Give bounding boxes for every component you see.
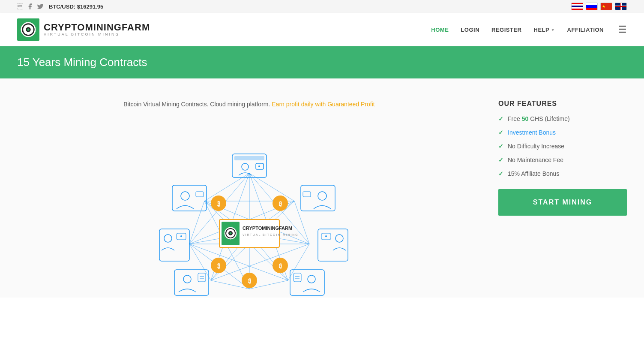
svg-point-48 [258,165,260,167]
svg-rect-52 [159,229,189,261]
flag-thai[interactable] [571,3,583,10]
header: CRYPTOMININGFARM VIRTUAL BITCOIN MINING … [0,13,644,46]
page-banner: 15 Years Mining Contracts [0,46,644,78]
feature-text-4: No Maintenance Fee [508,156,563,163]
svg-point-62 [325,235,327,237]
svg-point-53 [164,235,172,242]
svg-point-64 [183,275,191,283]
svg-rect-56 [301,185,335,211]
network-diagram: .node-card { fill: none; stroke: #2196F3… [147,117,352,298]
checkmark-icon-5: ✓ [498,170,503,177]
checkmark-icon-4: ✓ [498,156,503,163]
svg-rect-58 [303,192,311,197]
svg-rect-65 [198,273,206,282]
checkmark-icon-1: ✓ [498,115,503,122]
svg-text:VIRTUAL BITCOIN MINING: VIRTUAL BITCOIN MINING [243,233,299,236]
logo-name: CRYPTOMININGFARM [44,23,150,32]
help-chevron-icon: ▼ [551,27,555,32]
feature-text-3: No Difficulty Increase [508,143,564,150]
checkmark-icon-2: ✓ [498,129,503,136]
hamburger-icon[interactable]: ☰ [618,24,627,35]
diagram-area: Bitcoin Virtual Mining Contracts. Cloud … [17,96,481,298]
feature-item-investment: ✓ Investment Bonus [498,129,627,136]
svg-point-69 [308,275,315,283]
feature-text-1: Free 50 GHS (Lifetime) [508,115,570,122]
nav-home[interactable]: HOME [431,27,449,33]
feature-link-investment[interactable]: Investment Bonus [508,129,556,136]
btc-price-value: $16291.95 [77,3,103,10]
flag-uk[interactable] [615,3,627,10]
svg-point-57 [318,192,326,200]
svg-point-60 [335,235,343,242]
svg-text:₿: ₿ [217,262,220,269]
svg-text:₿: ₿ [248,277,251,284]
svg-point-50 [181,192,189,200]
language-flags: ★ [571,3,627,10]
svg-rect-59 [318,229,348,261]
svg-point-55 [180,235,182,237]
logo-subtitle: VIRTUAL BITCOIN MINING [44,32,150,36]
features-panel: OUR FEATURES ✓ Free 50 GHS (Lifetime) ✓ … [498,96,627,298]
main-nav: HOME LOGIN REGISTER HELP ▼ AFFILIATION ☰ [431,24,627,35]
svg-line-18 [294,201,309,244]
nav-login[interactable]: LOGIN [461,27,479,33]
social-icons:  [17,3,44,10]
svg-line-17 [288,244,309,280]
svg-text:CRYPTOMININGFARM: CRYPTOMININGFARM [243,226,292,231]
svg-rect-70 [294,273,301,282]
nav-register[interactable]: REGISTER [491,27,521,33]
svg-text:₿: ₿ [217,200,220,207]
checkmark-icon-3: ✓ [498,143,503,150]
tagline-highlight: Earn profit daily with Guaranteed Profit [272,101,374,108]
start-mining-button[interactable]: START MINING [498,189,627,216]
logo[interactable]: CRYPTOMININGFARM VIRTUAL BITCOIN MINING [17,18,150,41]
flag-chinese[interactable]: ★ [600,3,612,10]
logo-icon [17,18,39,41]
svg-text:₿: ₿ [279,262,282,269]
logo-text: CRYPTOMININGFARM VIRTUAL BITCOIN MINING [44,23,150,36]
twitter-icon[interactable] [37,3,44,10]
feature-item-no-difficulty: ✓ No Difficulty Increase [498,143,627,150]
features-title: OUR FEATURES [498,100,627,108]
feature-item-no-maintenance: ✓ No Maintenance Fee [498,156,627,163]
svg-point-3 [27,28,30,31]
facebook-icon[interactable]:  [17,3,23,10]
banner-title: 15 Years Mining Contracts [17,56,627,69]
main-content: Bitcoin Virtual Mining Contracts. Cloud … [0,78,644,298]
svg-text:₿: ₿ [279,200,282,207]
svg-point-78 [229,232,231,235]
nav-help[interactable]: HELP ▼ [534,27,555,33]
flag-russian[interactable] [586,3,598,10]
svg-rect-45 [234,156,264,160]
svg-line-14 [189,244,211,280]
feature-text-5: 15% Affiliate Bonus [508,170,559,177]
feature-item-free-ghs: ✓ Free 50 GHS (Lifetime) [498,115,627,122]
tagline: Bitcoin Virtual Mining Contracts. Cloud … [123,100,374,109]
facebook-icon[interactable] [27,3,33,10]
feature-highlight-50: 50 [522,115,529,122]
svg-point-46 [242,163,249,170]
feature-item-affiliate: ✓ 15% Affiliate Bonus [498,170,627,177]
btc-price-label: BTC/USD: $16291.95 [49,3,103,10]
nav-affiliation[interactable]: AFFILIATION [567,27,604,33]
top-bar:  BTC/USD: $16291.95 ★ [0,0,644,13]
svg-rect-51 [196,192,204,197]
svg-rect-49 [172,185,207,211]
